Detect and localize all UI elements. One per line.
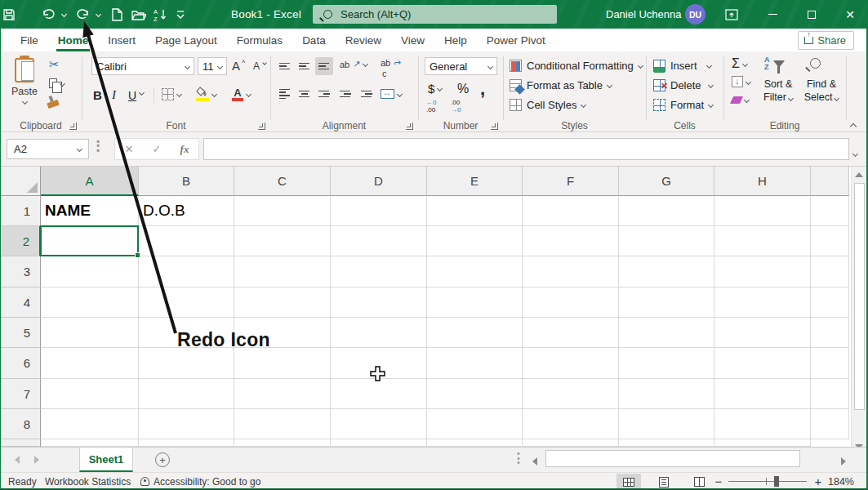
sheet-tab-sheet1[interactable]: Sheet1	[79, 448, 133, 472]
italic-button[interactable]: I	[112, 85, 116, 105]
font-size-combo[interactable]: 11	[198, 57, 227, 75]
cell-B3[interactable]	[139, 256, 234, 287]
avatar[interactable]: DU	[685, 4, 706, 24]
merge-center-button[interactable]	[381, 89, 402, 99]
page-break-view-button[interactable]	[687, 474, 711, 490]
cell-B6[interactable]	[139, 348, 234, 379]
tab-data[interactable]: Data	[292, 29, 336, 51]
cell-D2[interactable]	[331, 226, 427, 256]
cell-G6[interactable]	[619, 348, 714, 379]
cell-partial[interactable]	[234, 439, 331, 447]
undo-dropdown-icon[interactable]	[59, 0, 69, 29]
formula-bar-expand-icon[interactable]	[853, 145, 857, 159]
cut-button[interactable]	[49, 57, 60, 72]
prev-sheet-icon[interactable]	[15, 456, 20, 464]
tab-review[interactable]: Review	[336, 29, 391, 51]
column-header-E[interactable]: E	[427, 167, 523, 196]
cell-H7[interactable]	[714, 379, 811, 409]
cell-partial[interactable]	[427, 439, 523, 447]
cell-G1[interactable]	[619, 196, 714, 226]
sort-filter-label[interactable]: Sort & Filter	[758, 78, 799, 104]
cell-B7[interactable]	[139, 379, 234, 409]
cell-G8[interactable]	[619, 409, 714, 439]
cell-C3[interactable]	[234, 256, 331, 287]
cell-F6[interactable]	[523, 348, 619, 379]
cell-E4[interactable]	[427, 287, 523, 318]
cell-C1[interactable]	[234, 196, 331, 226]
row-header-partial[interactable]	[0, 439, 41, 447]
cell-G4[interactable]	[619, 287, 714, 318]
vertical-scroll-thumb[interactable]	[854, 183, 865, 410]
cell-H4[interactable]	[714, 287, 811, 318]
cell-partial[interactable]	[139, 439, 234, 447]
cell-partial[interactable]	[811, 379, 849, 409]
cell-B1[interactable]: D.O.B	[139, 196, 234, 226]
cell-D3[interactable]	[331, 256, 427, 287]
accessibility-status[interactable]: Accessibility: Good to go	[140, 473, 260, 490]
select-all-corner[interactable]	[0, 167, 41, 196]
cell-B8[interactable]	[139, 409, 234, 439]
clipboard-dialog-launcher-icon[interactable]	[69, 122, 77, 130]
scroll-up-icon[interactable]	[855, 172, 863, 177]
cell-C7[interactable]	[234, 379, 331, 409]
cell-E7[interactable]	[427, 379, 523, 409]
align-left-button[interactable]	[276, 85, 294, 103]
borders-button[interactable]	[162, 88, 181, 100]
decrease-indent-button[interactable]	[336, 85, 354, 103]
bold-button[interactable]: B	[93, 85, 102, 105]
number-format-combo[interactable]: General	[425, 57, 497, 75]
ribbon-display-options-icon[interactable]	[715, 0, 748, 29]
cell-partial[interactable]	[619, 439, 714, 447]
shrink-font-button[interactable]: A	[253, 60, 266, 72]
cell-H6[interactable]	[714, 348, 811, 379]
cell-F2[interactable]	[523, 226, 619, 256]
cell-C6[interactable]	[234, 348, 331, 379]
cell-partial[interactable]	[811, 196, 849, 226]
undo-icon[interactable]	[39, 0, 57, 29]
column-header-G[interactable]: G	[619, 167, 714, 196]
name-box[interactable]: A2	[7, 139, 89, 159]
column-header-F[interactable]: F	[523, 167, 619, 196]
cell-partial[interactable]	[811, 256, 849, 287]
cell-E2[interactable]	[427, 226, 523, 256]
cell-A5[interactable]	[41, 318, 139, 348]
cell-H2[interactable]	[714, 226, 811, 256]
row-header-3[interactable]: 3	[0, 256, 41, 287]
fill-color-button[interactable]	[196, 87, 216, 101]
vertical-scrollbar[interactable]	[851, 167, 866, 457]
row-header-8[interactable]: 8	[0, 409, 41, 439]
tab-insert[interactable]: Insert	[98, 29, 145, 51]
cell-E1[interactable]	[427, 196, 523, 226]
zoom-in-button[interactable]: +	[812, 473, 825, 490]
insert-cells-button[interactable]: Insert	[653, 58, 711, 73]
format-painter-button[interactable]	[47, 96, 59, 107]
top-align-button[interactable]	[276, 57, 294, 75]
cell-G5[interactable]	[619, 318, 714, 348]
sort-filter-button[interactable]: AZ	[764, 56, 785, 72]
find-select-label[interactable]: Find & Select	[800, 78, 843, 104]
tab-page-layout[interactable]: Page Layout	[145, 29, 227, 51]
font-dialog-launcher-icon[interactable]	[258, 122, 265, 130]
column-header-partial[interactable]	[811, 167, 849, 196]
share-button[interactable]: Share	[798, 31, 854, 50]
tab-power-pivot[interactable]: Power Pivot	[477, 29, 555, 51]
fill-handle[interactable]	[135, 252, 140, 258]
cell-B2[interactable]	[139, 226, 234, 256]
tab-help[interactable]: Help	[434, 29, 477, 51]
cell-partial[interactable]	[811, 287, 849, 318]
row-header-7[interactable]: 7	[0, 379, 41, 409]
cell-partial[interactable]	[714, 439, 811, 447]
cell-F8[interactable]	[523, 409, 619, 439]
paste-button[interactable]: Paste	[7, 56, 42, 116]
format-cells-button[interactable]: Format	[653, 97, 713, 112]
increase-decimal-button[interactable]: ←0.00	[426, 99, 436, 114]
zoom-level[interactable]: 184%	[828, 473, 854, 490]
cell-F3[interactable]	[523, 256, 619, 287]
next-sheet-icon[interactable]	[34, 456, 39, 464]
new-sheet-button[interactable]: +	[155, 452, 170, 467]
cell-C8[interactable]	[234, 409, 331, 439]
enter-icon[interactable]: ✓	[153, 143, 162, 155]
autosum-button[interactable]: Σ	[732, 56, 747, 71]
cell-A1[interactable]: NAME	[41, 196, 139, 226]
search-input[interactable]: Search (Alt+Q)	[313, 5, 557, 24]
